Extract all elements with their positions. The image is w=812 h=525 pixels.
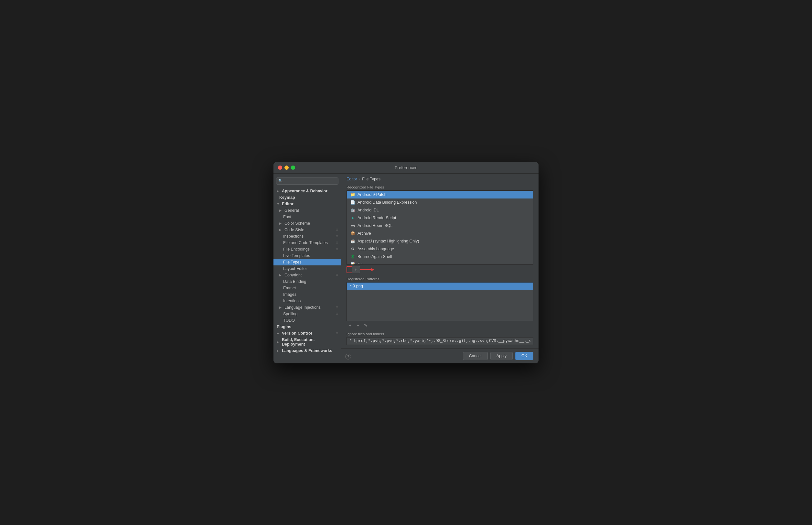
apply-button[interactable]: Apply [490, 352, 513, 360]
sidebar-item-live-templates[interactable]: Live Templates [273, 253, 341, 259]
sidebar-item-color-scheme[interactable]: ▶ Color Scheme [273, 220, 341, 227]
sidebar-item-label: Inspections [283, 234, 303, 239]
sidebar-item-copyright[interactable]: ▶ Copyright ⚙ [273, 272, 341, 278]
sidebar-item-label: Live Templates [283, 253, 310, 258]
file-type-label: Android 9-Patch [358, 192, 387, 197]
file-type-item-bash[interactable]: 💲 Bourne Again Shell [347, 253, 533, 260]
sidebar-item-general[interactable]: ▶ General [273, 207, 341, 214]
file-type-label: Android Data Binding Expression [358, 200, 417, 205]
search-wrap[interactable]: 🔍 [276, 178, 339, 184]
sidebar-item-label: TODO [283, 318, 295, 322]
sidebar-item-emmet[interactable]: Emmet [273, 285, 341, 291]
settings-icon: ⚙ [335, 312, 339, 316]
arrow-icon: ▶ [277, 332, 280, 335]
file-types-list[interactable]: 📁 Android 9-Patch 📄 Android Data Binding… [347, 191, 533, 265]
sidebar-item-label: Images [283, 292, 297, 297]
sidebar-item-label: Appearance & Behavior [282, 189, 328, 193]
sidebar-item-label: Code Style [284, 228, 304, 232]
breadcrumb-current: File Types [362, 177, 380, 181]
file-types-list-container: 📁 Android 9-Patch 📄 Android Data Binding… [347, 191, 533, 265]
file-type-icon: 🗃 [350, 223, 355, 228]
sidebar-item-file-encodings[interactable]: File Encodings ⚙ [273, 246, 341, 253]
sidebar-item-intentions[interactable]: Intentions [273, 298, 341, 304]
ok-button[interactable]: OK [515, 352, 533, 360]
remove-pattern-button[interactable]: − [354, 322, 361, 329]
sidebar-item-data-binding[interactable]: Data Binding [273, 278, 341, 285]
ignore-label: Ignore files and folders [347, 332, 533, 337]
add-pattern-icon: + [349, 323, 351, 328]
breadcrumb-editor[interactable]: Editor [347, 177, 357, 181]
minimize-button[interactable] [284, 166, 289, 170]
sidebar-item-font[interactable]: Font [273, 214, 341, 220]
arrow-icon: ▶ [279, 228, 283, 231]
file-type-item-android-databinding[interactable]: 📄 Android Data Binding Expression [347, 198, 533, 206]
breadcrumb-separator: › [359, 177, 360, 181]
sidebar-item-language-injections[interactable]: ▶ Language Injections ⚙ [273, 304, 341, 311]
ok-label: OK [522, 354, 527, 358]
file-type-item-assembly[interactable]: ⚙ Assembly Language [347, 245, 533, 253]
settings-icon: ⚙ [335, 241, 339, 244]
sidebar-item-file-code-templates[interactable]: File and Code Templates ⚙ [273, 240, 341, 246]
sidebar-item-file-types[interactable]: File Types [273, 259, 341, 266]
file-type-item-android-9patch[interactable]: 📁 Android 9-Patch [347, 191, 533, 198]
sidebar-item-inspections[interactable]: Inspections ⚙ [273, 233, 341, 240]
sidebar-item-editor[interactable]: ▼ Editor [273, 201, 341, 207]
sidebar-item-images[interactable]: Images [273, 291, 341, 298]
settings-icon: ⚙ [335, 273, 339, 277]
arrow-icon: ▶ [279, 306, 283, 309]
file-type-item-archive[interactable]: 📦 Archive [347, 229, 533, 237]
file-type-label: Android IDL [358, 208, 379, 212]
file-type-label: C# [358, 262, 363, 265]
search-input[interactable] [284, 179, 336, 183]
close-button[interactable] [278, 166, 282, 170]
titlebar: Preferences [273, 162, 539, 174]
file-type-icon: 🤖 [350, 208, 355, 213]
sidebar-item-spelling[interactable]: Spelling ⚙ [273, 311, 341, 317]
main-content: 🔍 ▶ Appearance & Behavior Keymap ▼ Edito… [273, 174, 539, 363]
sidebar-item-label: Languages & Frameworks [282, 348, 332, 353]
cancel-label: Cancel [469, 354, 482, 358]
patterns-buttons: + − ✎ [347, 321, 533, 330]
add-pattern-button[interactable]: + [347, 322, 354, 329]
sidebar-item-todo[interactable]: TODO [273, 317, 341, 324]
file-type-icon: 📦 [350, 231, 355, 236]
sidebar-item-label: Spelling [283, 312, 297, 316]
arrow-icon: ▶ [277, 341, 280, 344]
registered-patterns-section: Registered Patterns *.9.png + − ✎ [341, 274, 539, 330]
sidebar-item-code-style[interactable]: ▶ Code Style ⚙ [273, 227, 341, 233]
file-type-label: Bourne Again Shell [358, 254, 392, 259]
sidebar-item-version-control[interactable]: ▶ Version Control ⚙ [273, 330, 341, 336]
sidebar-item-layout-editor[interactable]: Layout Editor [273, 266, 341, 272]
file-type-label: Android Room SQL [358, 223, 392, 228]
file-type-icon: 📝 [350, 262, 355, 265]
file-type-icon: ⚙ [350, 246, 355, 252]
file-type-icon: 📄 [350, 200, 355, 205]
file-type-icon: 💲 [350, 254, 355, 259]
file-type-item-android-room-sql[interactable]: 🗃 Android Room SQL [347, 222, 533, 229]
file-type-item-aspectj[interactable]: ☕ AspectJ (syntax Highlighting Only) [347, 237, 533, 245]
ignore-section: Ignore files and folders [341, 330, 539, 348]
file-type-label: AspectJ (syntax Highlighting Only) [358, 239, 419, 243]
add-file-type-button[interactable]: + [352, 266, 360, 273]
settings-icon: ⚙ [335, 235, 339, 238]
sidebar-item-languages-frameworks[interactable]: ▶ Languages & Frameworks [273, 347, 341, 354]
sidebar-item-build-execution-deployment[interactable]: ▶ Build, Execution, Deployment [273, 336, 341, 347]
ignore-input[interactable] [347, 337, 533, 345]
settings-icon: ⚙ [335, 247, 339, 251]
maximize-button[interactable] [291, 166, 295, 170]
pattern-item-9patch[interactable]: *.9.png [347, 283, 533, 290]
help-button[interactable]: ? [345, 354, 351, 359]
file-type-item-android-idl[interactable]: 🤖 Android IDL [347, 206, 533, 214]
sidebar-item-label: Version Control [282, 331, 312, 335]
patterns-list[interactable]: *.9.png [347, 282, 533, 321]
sidebar-item-label: Language Injections [284, 305, 321, 310]
cancel-button[interactable]: Cancel [463, 352, 488, 360]
file-type-item-android-renderscript[interactable]: ● Android RenderScript [347, 214, 533, 222]
settings-icon: ⚙ [335, 331, 339, 335]
file-type-item-csharp[interactable]: 📝 C# [347, 260, 533, 265]
sidebar-item-keymap[interactable]: Keymap [273, 194, 341, 201]
edit-pattern-button[interactable]: ✎ [362, 322, 369, 329]
file-type-label: Android RenderScript [358, 215, 396, 220]
sidebar-item-appearance-behavior[interactable]: ▶ Appearance & Behavior [273, 188, 341, 194]
sidebar-item-plugins[interactable]: Plugins [273, 324, 341, 330]
